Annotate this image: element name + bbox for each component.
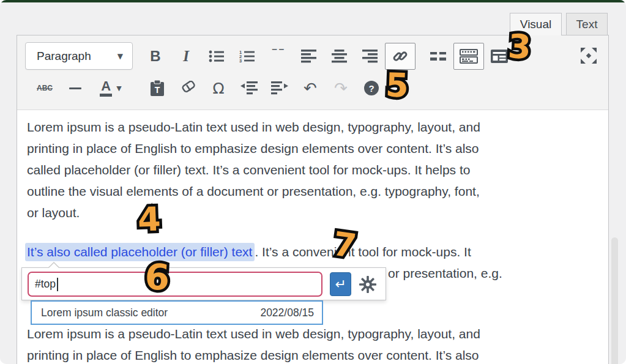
numbered-list-icon: 1 2 3 xyxy=(239,50,255,63)
paragraph-line: Lorem ipsum is a pseudo-Latin text used … xyxy=(27,116,608,138)
paragraph-line: outline the visual elements of a documen… xyxy=(27,180,608,202)
paragraph-text: or presentation, e.g. xyxy=(388,262,502,284)
bulleted-list-button[interactable] xyxy=(201,43,232,70)
undo-button[interactable]: ↶ xyxy=(295,76,326,100)
paste-as-text-icon: T xyxy=(150,80,165,97)
enter-icon: ↵ xyxy=(335,277,346,292)
dialog-caret xyxy=(48,262,60,268)
paragraph-line: or layout. xyxy=(27,202,608,223)
paragraph-format-value: Paragraph xyxy=(37,50,91,63)
read-more-tag-icon xyxy=(430,51,446,61)
gear-icon xyxy=(359,275,377,294)
tab-visual-label: Visual xyxy=(520,18,551,31)
insert-layout-button[interactable] xyxy=(484,43,515,70)
numbered-list-button[interactable]: 1 2 3 xyxy=(232,43,263,70)
suggestion-title: Lorem ipsum classic editor xyxy=(41,306,168,319)
align-right-button[interactable] xyxy=(354,43,385,70)
indent-button[interactable] xyxy=(264,76,295,100)
read-more-tag-button[interactable] xyxy=(423,43,453,70)
scrollbar-thumb[interactable] xyxy=(611,237,618,364)
outdent-icon xyxy=(240,81,258,95)
omega-icon: Ω xyxy=(212,80,224,97)
align-left-button[interactable] xyxy=(293,43,324,70)
svg-text:T: T xyxy=(155,85,160,95)
editor-toolbar: Paragraph ▼ B I xyxy=(17,35,608,110)
align-right-icon xyxy=(362,49,378,64)
italic-icon: I xyxy=(183,48,189,65)
svg-text:3: 3 xyxy=(239,58,242,63)
paragraph-line: printing in place of English to emphasiz… xyxy=(27,138,608,159)
toolbar-toggle-button[interactable] xyxy=(453,43,484,70)
selected-link-text[interactable]: It’s also called placeholder (or filler)… xyxy=(25,243,255,261)
toolbar-row-2: ABC A ▼ T xyxy=(17,70,608,102)
text-cursor xyxy=(57,278,58,291)
horizontal-rule-icon xyxy=(69,87,81,89)
paragraph-line: called placeholder (or filler) text. It’… xyxy=(27,159,608,180)
align-center-button[interactable] xyxy=(324,43,354,70)
horizontal-rule-button[interactable] xyxy=(60,76,91,100)
link-settings-button[interactable] xyxy=(358,275,378,294)
paste-as-text-button[interactable]: T xyxy=(142,76,173,100)
paragraph-format-select[interactable]: Paragraph ▼ xyxy=(25,42,133,70)
outdent-button[interactable] xyxy=(234,76,264,100)
indent-icon xyxy=(271,81,288,95)
link-icon xyxy=(392,48,408,64)
layout-box-icon xyxy=(491,50,508,63)
help-button[interactable]: ? xyxy=(356,76,387,100)
bold-icon: B xyxy=(150,48,160,65)
redo-icon: ↷ xyxy=(334,79,348,97)
paragraph-line: printing in place of English to emphasiz… xyxy=(27,344,608,364)
editor-content-area[interactable]: Lorem ipsum is a pseudo-Latin text used … xyxy=(17,111,608,364)
top-green-strip xyxy=(0,0,626,2)
insert-link-button[interactable] xyxy=(385,43,415,70)
chevron-down-icon: ▼ xyxy=(117,52,123,61)
suggestion-date: 2022/08/15 xyxy=(260,306,314,319)
link-suggestion-item[interactable]: Lorem ipsum classic editor 2022/08/15 xyxy=(31,300,323,325)
fullscreen-button[interactable] xyxy=(573,42,604,69)
tab-text-label: Text xyxy=(576,18,598,31)
blockquote-button[interactable]: “ xyxy=(263,43,293,70)
bulleted-list-icon xyxy=(209,50,225,63)
inline-link-dialog: ↵ xyxy=(21,267,386,300)
undo-icon: ↶ xyxy=(304,79,317,97)
help-icon: ? xyxy=(364,81,379,95)
fullscreen-expand-icon xyxy=(580,47,597,64)
classic-editor-screenshot: Visual Text Paragraph ▼ B I xyxy=(0,0,626,364)
clear-formatting-button[interactable] xyxy=(173,76,203,100)
paragraph-text: . It’s a convenient tool for mock-ups. I… xyxy=(255,245,471,259)
strikethrough-button[interactable]: ABC xyxy=(29,76,60,100)
special-character-button[interactable]: Ω xyxy=(203,76,234,100)
italic-button[interactable]: I xyxy=(171,43,201,70)
keyboard-icon xyxy=(460,49,478,64)
align-center-icon xyxy=(332,49,347,64)
strikethrough-icon: ABC xyxy=(37,84,53,92)
toolbar-row-1: Paragraph ▼ B I xyxy=(17,35,608,70)
tab-visual[interactable]: Visual xyxy=(510,13,562,35)
text-color-icon: A ▼ xyxy=(100,80,121,97)
bold-button[interactable]: B xyxy=(140,43,171,70)
tab-text[interactable]: Text xyxy=(566,13,608,35)
paragraph-line: It’s also called placeholder (or filler)… xyxy=(27,241,608,262)
blockquote-icon: “ xyxy=(269,49,286,64)
align-left-icon xyxy=(301,49,316,64)
link-url-input[interactable] xyxy=(28,272,322,297)
text-color-button[interactable]: A ▼ xyxy=(91,76,131,100)
eraser-icon xyxy=(179,81,196,95)
paragraph-line: Lorem ipsum is a pseudo-Latin text used … xyxy=(27,323,608,344)
redo-button[interactable]: ↷ xyxy=(326,76,356,100)
apply-link-button[interactable]: ↵ xyxy=(330,272,351,296)
chevron-down-icon: ▼ xyxy=(116,84,121,92)
